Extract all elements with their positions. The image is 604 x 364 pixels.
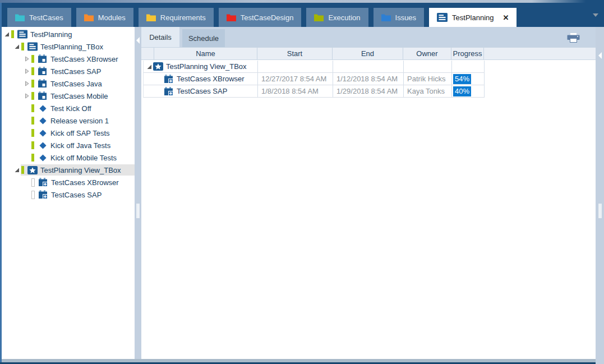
tree-item-release-version-1[interactable]: Release version 1 <box>2 114 135 127</box>
tab-label: Details <box>149 33 172 42</box>
tree-item-testcases-xbrowser[interactable]: TestCases XBrowser <box>2 176 135 188</box>
column-header-name[interactable]: Name <box>154 48 257 59</box>
print-button[interactable] <box>566 33 580 43</box>
calendar-icon <box>38 79 48 88</box>
tab-schedule[interactable]: Schedule <box>182 29 225 47</box>
tree-item-testcases-sap[interactable]: TestCases SAP <box>2 65 135 77</box>
column-header-label: Progress <box>453 49 482 58</box>
tree-item-kick-off-mobile-tests[interactable]: Kick off Mobile Tests <box>2 151 135 164</box>
right-panel-splitter[interactable] <box>596 27 604 364</box>
tree-item-testcases-mobile[interactable]: TestCases Mobile <box>2 90 135 102</box>
diamond-icon <box>38 154 48 162</box>
expander-expanded-icon[interactable] <box>13 167 21 173</box>
main-tab-bar: TestCasesModulesRequirementsTestCaseDesi… <box>2 3 604 27</box>
close-icon[interactable]: ✕ <box>503 14 509 21</box>
tree-panel: TestPlanningTestPlanning_TBoxTestCases X… <box>2 27 135 359</box>
tree-item-testcases-xbrowser[interactable]: TestCases XBrowser <box>2 53 135 65</box>
tree-item-testplanning-view-tbox[interactable]: TestPlanning View_TBox <box>2 164 135 176</box>
status-bar-green <box>11 30 14 38</box>
expander-collapsed-icon[interactable] <box>23 56 31 62</box>
left-panel-splitter[interactable] <box>135 27 141 362</box>
tab-execution[interactable]: Execution <box>306 8 368 27</box>
tab-label: Execution <box>328 13 360 22</box>
tree-item-label: TestCases SAP <box>51 191 102 199</box>
column-header-label: End <box>361 49 374 58</box>
table-row-testplanning-view-tbox[interactable]: TestPlanning View_TBox <box>144 61 485 73</box>
cell-end-value: 1/12/2018 8:54 AM <box>336 75 398 83</box>
cell-owner-value: Patrik Hicks <box>407 75 446 83</box>
tab-label: Issues <box>395 13 417 22</box>
tab-testcasedesign[interactable]: TestCaseDesign <box>219 8 302 27</box>
status-bar-green <box>31 67 34 75</box>
tree-item-label: TestCases XBrowser <box>50 55 118 63</box>
tab-modules[interactable]: Modules <box>76 8 133 27</box>
cell-start-value: 12/27/2017 8:54 AM <box>261 75 326 83</box>
tree-item-content: TestPlanning <box>11 29 135 40</box>
collapse-left-icon[interactable] <box>136 37 140 44</box>
tab-requirements[interactable]: Requirements <box>139 8 214 27</box>
tab-label: Requirements <box>160 13 206 22</box>
tab-details[interactable]: Details <box>141 27 179 47</box>
tree-item-label: Release version 1 <box>50 117 109 125</box>
status-bar-green <box>31 154 34 162</box>
header-filler <box>484 48 596 59</box>
tree-item-label: Test Kick Off <box>50 104 91 113</box>
cell-owner: Patrik Hicks <box>404 73 452 85</box>
calendar-plus-icon <box>38 178 48 187</box>
column-header-label: Name <box>196 49 215 58</box>
diamond-icon <box>38 141 48 150</box>
cell-name: TestCases SAP <box>144 85 258 97</box>
tab-issues[interactable]: Issues <box>374 8 425 27</box>
cell-progress: 40% <box>452 85 485 97</box>
cell-end: 1/12/2018 8:54 AM <box>333 73 404 85</box>
tree-item-testplanning-tbox[interactable]: TestPlanning_TBox <box>2 40 135 53</box>
tab-testplanning[interactable]: TestPlanning✕ <box>429 8 517 27</box>
tree-item-kick-off-java-tests[interactable]: Kick off Java Tests <box>2 139 135 151</box>
tab-testcases[interactable]: TestCases <box>7 8 71 27</box>
chevron-down-icon <box>593 13 598 17</box>
row-name-label: TestCases SAP <box>177 87 227 95</box>
splitter-grip[interactable] <box>598 204 601 218</box>
expander-expanded-icon[interactable] <box>13 44 21 49</box>
tree-item-testplanning[interactable]: TestPlanning <box>2 28 135 40</box>
cell-start: 12/27/2017 8:54 AM <box>258 73 333 85</box>
folder-icon <box>146 13 156 21</box>
tree-selection-highlight: TestPlanning View_TBox <box>21 164 135 176</box>
tree-item-content: Kick off SAP Tests <box>31 127 135 139</box>
tree-item-label: Kick off Mobile Tests <box>50 154 117 162</box>
column-header-label: Start <box>287 49 302 58</box>
expander-collapsed-icon[interactable] <box>23 81 31 86</box>
expander-collapsed-icon[interactable] <box>23 68 31 74</box>
column-header-start[interactable]: Start <box>257 48 333 59</box>
column-header-owner[interactable]: Owner <box>403 48 451 59</box>
tree-item-label: Kick off Java Tests <box>50 141 110 150</box>
status-bar-hollow <box>31 178 35 187</box>
expander-expanded-icon[interactable] <box>145 64 153 70</box>
splitter-grip[interactable] <box>137 204 140 218</box>
tree-item-label: TestCases XBrowser <box>51 178 119 187</box>
tree-item-testcases-java[interactable]: TestCases Java <box>2 77 135 90</box>
table-header: NameStartEndOwnerProgress <box>141 47 596 60</box>
expander-collapsed-icon[interactable] <box>23 93 31 99</box>
collapse-left-icon[interactable] <box>598 52 602 59</box>
star-icon <box>153 62 163 71</box>
table-row-testcases-xbrowser[interactable]: TestCases XBrowser12/27/2017 8:54 AM1/12… <box>144 73 485 85</box>
row-name-label: TestPlanning View_TBox <box>166 62 247 71</box>
tree-item-content: TestCases SAP <box>31 66 135 77</box>
column-header-progress[interactable]: Progress <box>451 48 484 59</box>
status-bar-green <box>31 129 34 137</box>
tree-item-kick-off-sap-tests[interactable]: Kick off SAP Tests <box>2 127 135 139</box>
expander-expanded-icon[interactable] <box>3 31 11 37</box>
diamond-icon <box>38 104 48 113</box>
tree-item-label: Kick off SAP Tests <box>50 129 110 137</box>
detail-tab-strip: DetailsSchedule <box>141 27 596 47</box>
tree-item-testcases-sap[interactable]: TestCases SAP <box>2 188 135 201</box>
tree-item-label: TestPlanning View_TBox <box>40 166 121 174</box>
column-header-end[interactable]: End <box>333 48 403 59</box>
cell-owner <box>404 61 452 72</box>
table-row-testcases-sap[interactable]: TestCases SAP1/8/2018 8:54 AM1/29/2018 8… <box>144 85 485 98</box>
status-bar-green <box>21 166 24 174</box>
tree-item-test-kick-off[interactable]: Test Kick Off <box>2 102 135 114</box>
tab-label: TestCases <box>29 13 63 22</box>
tab-overflow-dropdown[interactable] <box>592 12 600 19</box>
